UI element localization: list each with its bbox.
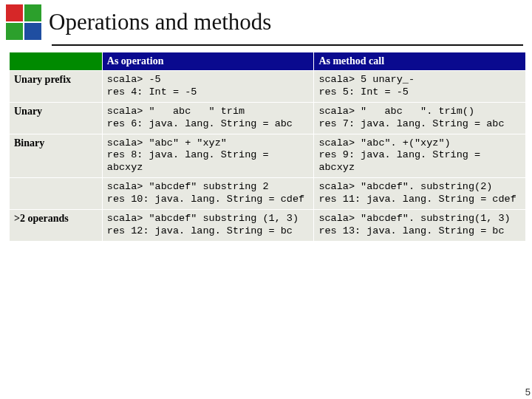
code-snippet: scala> "abcdef" substring (1, 3) res 12:… xyxy=(107,213,310,238)
row-label: Unary prefix xyxy=(10,71,103,103)
table-row: scala> "abcdef" substring 2 res 10: java… xyxy=(10,178,526,210)
cell-operation: scala> "abc" + "xyz" res 8: java. lang. … xyxy=(102,134,314,178)
table-header-operation: As operation xyxy=(102,52,314,71)
logo-square-tr xyxy=(24,4,41,21)
code-snippet: scala> " abc ". trim() res 7: java. lang… xyxy=(318,106,521,131)
cell-operation: scala> "abcdef" substring 2 res 10: java… xyxy=(102,178,314,210)
logo-square-tl xyxy=(6,4,23,21)
cell-operation: scala> -5 res 4: Int = -5 xyxy=(102,71,314,103)
code-snippet: scala> "abcdef" substring 2 res 10: java… xyxy=(107,181,310,206)
table-row: >2 operands scala> "abcdef" substring (1… xyxy=(10,209,526,241)
page-title: Operations and methods xyxy=(49,9,271,35)
page-number: 5 xyxy=(525,386,531,398)
row-label xyxy=(10,178,103,210)
logo-square-bl xyxy=(6,23,23,40)
title-row: Operations and methods xyxy=(0,0,532,44)
code-snippet: scala> " abc " trim res 6: java. lang. S… xyxy=(107,106,310,131)
code-snippet: scala> "abcdef". substring(2) res 11: ja… xyxy=(318,181,521,206)
cell-method: scala> "abcdef". substring(1, 3) res 13:… xyxy=(314,209,526,241)
cell-operation: scala> " abc " trim res 6: java. lang. S… xyxy=(102,102,314,134)
table-row: Unary prefix scala> -5 res 4: Int = -5 s… xyxy=(10,71,526,103)
row-label: >2 operands xyxy=(10,209,103,241)
title-divider xyxy=(52,44,523,46)
code-snippet: scala> "abc". +("xyz") res 9: java. lang… xyxy=(318,137,521,175)
table-row: Binary scala> "abc" + "xyz" res 8: java.… xyxy=(10,134,526,178)
table-header-method: As method call xyxy=(314,52,526,71)
cell-method: scala> "abc". +("xyz") res 9: java. lang… xyxy=(314,134,526,178)
cell-operation: scala> "abcdef" substring (1, 3) res 12:… xyxy=(102,209,314,241)
table-header-corner xyxy=(10,52,103,71)
slide-logo-icon xyxy=(6,4,41,40)
code-snippet: scala> -5 res 4: Int = -5 xyxy=(107,74,310,99)
table-row: Unary scala> " abc " trim res 6: java. l… xyxy=(10,102,526,134)
logo-square-br xyxy=(24,23,41,40)
cell-method: scala> "abcdef". substring(2) res 11: ja… xyxy=(314,178,526,210)
code-snippet: scala> 5 unary_- res 5: Int = -5 xyxy=(318,74,521,99)
table-header-row: As operation As method call xyxy=(10,52,526,71)
cell-method: scala> 5 unary_- res 5: Int = -5 xyxy=(314,71,526,103)
comparison-table: As operation As method call Unary prefix… xyxy=(9,52,526,242)
row-label: Unary xyxy=(10,102,103,134)
row-label: Binary xyxy=(10,134,103,178)
code-snippet: scala> "abcdef". substring(1, 3) res 13:… xyxy=(318,213,521,238)
code-snippet: scala> "abc" + "xyz" res 8: java. lang. … xyxy=(107,137,310,175)
cell-method: scala> " abc ". trim() res 7: java. lang… xyxy=(314,102,526,134)
